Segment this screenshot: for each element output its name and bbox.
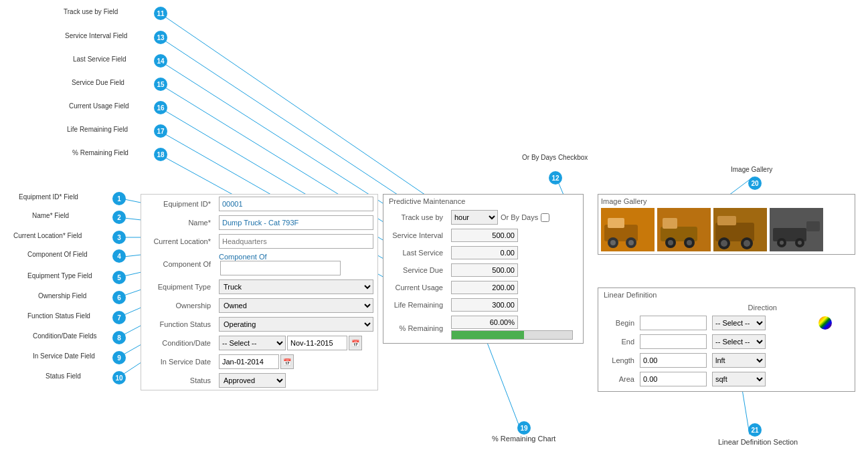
status-form-label: Status	[141, 371, 215, 390]
track-use-select[interactable]: hour mile km	[451, 210, 498, 225]
begin-input[interactable]	[640, 316, 707, 330]
linear-row-end: End -- Select -- North South	[604, 332, 849, 351]
condition-date-input[interactable]	[287, 336, 347, 350]
svg-point-32	[668, 240, 673, 245]
name-input[interactable]	[219, 215, 373, 230]
pm-current-usage-input[interactable]	[451, 281, 518, 294]
end-input[interactable]	[640, 334, 707, 349]
end-label: End	[604, 332, 637, 351]
pm-service-interval-input[interactable]	[451, 229, 518, 242]
status-select[interactable]: Approved Pending Inactive	[219, 373, 286, 388]
name-label: Name*	[141, 213, 215, 232]
badge-20: 20	[748, 177, 762, 190]
in-service-label: In Service Date	[141, 352, 215, 371]
svg-point-27	[628, 240, 634, 245]
pm-pct-input[interactable]	[451, 316, 518, 329]
progress-bar-container	[451, 330, 573, 340]
area-input[interactable]	[640, 372, 707, 386]
label-in-service-date: In Service Date Field	[33, 352, 95, 360]
badge-6: 6	[112, 291, 126, 304]
badge-14: 14	[154, 54, 167, 68]
pm-service-due-input[interactable]	[451, 263, 518, 277]
truck-svg-2	[657, 208, 711, 251]
badge-18: 18	[154, 148, 167, 161]
badge-3: 3	[112, 231, 126, 244]
badge-2: 2	[112, 211, 126, 224]
color-indicator	[818, 316, 832, 330]
linear-def-title: Linear Definition	[604, 291, 849, 299]
gallery-title: Image Gallery	[601, 197, 852, 205]
begin-label: Begin	[604, 314, 637, 332]
pm-row-service-due: Service Due	[383, 261, 583, 279]
gallery-image-4[interactable]	[770, 208, 823, 251]
pm-table: Track use by hour mile km Or By Days Ser…	[383, 208, 583, 343]
in-service-calendar-btn[interactable]: 📅	[280, 354, 294, 369]
equipment-type-select[interactable]: Truck Car Heavy Equipment	[219, 279, 373, 294]
badge-7: 7	[112, 311, 126, 324]
function-status-select[interactable]: Operating Non-Operating Standby	[219, 317, 373, 332]
label-equipment-id: Equipment ID* Field	[19, 193, 78, 201]
component-of-input[interactable]	[220, 261, 341, 275]
pm-life-remaining-label: Life Remaining	[383, 296, 447, 314]
area-unit-select[interactable]: sqft sqm	[712, 372, 766, 386]
truck-svg-3	[713, 208, 767, 251]
truck-svg-1	[601, 208, 655, 251]
pm-last-service-input[interactable]	[451, 246, 518, 259]
label-service-due: Service Due Field	[72, 79, 124, 86]
length-unit-select[interactable]: lnft ft m	[712, 353, 766, 368]
truck-svg-4	[770, 208, 823, 251]
gallery-images	[601, 208, 852, 251]
pm-life-remaining-input[interactable]	[451, 298, 518, 312]
gallery-image-2[interactable]	[657, 208, 711, 251]
label-condition-date: Condition/Date Fields	[33, 332, 97, 340]
pm-row-current-usage: Current Usage	[383, 279, 583, 296]
label-current-usage: Current Usage Field	[69, 102, 128, 110]
form-row-name: Name*	[141, 213, 377, 232]
label-component-of: Component Of Field	[27, 251, 88, 258]
end-direction-select[interactable]: -- Select -- North South	[712, 334, 766, 349]
badge-15: 15	[154, 78, 167, 91]
svg-point-46	[780, 241, 784, 245]
in-service-date-input[interactable]	[219, 354, 279, 369]
ownership-select[interactable]: Owned Leased Rented	[219, 298, 373, 313]
pm-row-life-remaining: Life Remaining	[383, 296, 583, 314]
or-by-days-checkbox[interactable]	[541, 213, 549, 222]
component-of-label: Component Of	[141, 251, 215, 277]
svg-point-25	[610, 240, 616, 245]
pm-track-row: hour mile km Or By Days	[451, 210, 579, 225]
badge-19: 19	[517, 421, 531, 435]
badge-17: 17	[154, 124, 167, 138]
form-row-function-status: Function Status Operating Non-Operating …	[141, 315, 377, 334]
equipment-id-input[interactable]	[219, 197, 373, 211]
label-life-remaining: Life Remaining Field	[67, 126, 128, 133]
badge-16: 16	[154, 101, 167, 114]
label-linear-def: Linear Definition Section	[718, 438, 798, 446]
pm-last-service-label: Last Service	[383, 244, 447, 261]
gallery-image-3[interactable]	[713, 208, 767, 251]
component-of-link[interactable]: Component Of	[219, 253, 267, 261]
progress-bar-fill	[452, 331, 524, 339]
label-name: Name* Field	[32, 212, 69, 219]
pm-service-interval-label: Service Interval	[383, 227, 447, 244]
form-row-ownership: Ownership Owned Leased Rented	[141, 296, 377, 315]
label-status: Status Field	[46, 372, 81, 380]
gallery-image-1[interactable]	[601, 208, 655, 251]
predictive-maintenance-panel: Predictive Maintenance Track use by hour…	[383, 194, 584, 344]
equipment-type-label: Equipment Type	[141, 277, 215, 296]
condition-select[interactable]: -- Select -- Good Fair Poor	[219, 336, 286, 350]
badge-21: 21	[748, 423, 762, 437]
length-input[interactable]	[640, 353, 707, 368]
svg-point-39	[721, 240, 727, 247]
pm-service-due-label: Service Due	[383, 261, 447, 279]
linear-row-area: Area sqft sqm	[604, 370, 849, 388]
begin-direction-select[interactable]: -- Select -- North South	[712, 316, 766, 330]
svg-rect-23	[608, 218, 624, 228]
condition-calendar-btn[interactable]: 📅	[349, 336, 362, 350]
image-gallery-panel: Image Gallery	[598, 194, 855, 255]
label-ownership: Ownership Field	[38, 292, 86, 300]
badge-9: 9	[112, 351, 126, 364]
svg-rect-44	[806, 221, 820, 231]
label-equipment-type: Equipment Type Field	[27, 272, 92, 279]
location-input[interactable]	[219, 234, 373, 249]
pm-row-last-service: Last Service	[383, 244, 583, 261]
